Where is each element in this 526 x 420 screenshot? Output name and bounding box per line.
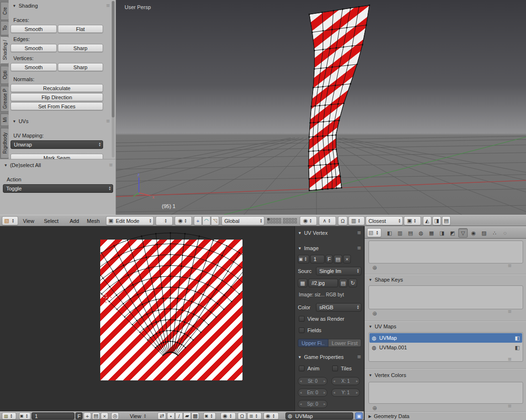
transform-orientation-dropdown[interactable]: Global [221, 216, 264, 225]
edges-smooth-button[interactable]: Smooth [11, 44, 57, 52]
render-camera-icon[interactable]: ◧ [515, 345, 520, 351]
image-source-dropdown[interactable]: Single Im [316, 267, 361, 275]
toolshelf-tab-shading-uvs[interactable]: Shading / [0, 36, 9, 64]
upper-first-button[interactable]: Upper Fi.. [298, 339, 328, 347]
snap-peel-dropdown[interactable]: ▣ [404, 216, 421, 225]
tab-render-layers[interactable]: ▥ [395, 228, 405, 238]
layer-cell[interactable] [292, 221, 294, 223]
anim-speed-field[interactable]: Sp: 0 [298, 400, 327, 408]
toolshelf-tab-tools[interactable]: To [0, 21, 9, 35]
panel-header-uvs[interactable]: ▼ UVs ≡ [12, 118, 110, 124]
layer-cell[interactable] [279, 221, 281, 223]
manipulator-scale-toggle[interactable]: ◹ [211, 216, 219, 225]
sync-selection-toggle[interactable]: ⇄ [158, 412, 166, 420]
add-item-icon[interactable]: ⊕ [372, 405, 377, 411]
layer-cell[interactable] [295, 221, 297, 223]
set-from-faces-button[interactable]: Set From Faces [11, 102, 103, 110]
menu-mesh[interactable]: Mesh [87, 218, 100, 224]
layer-cell[interactable] [283, 218, 285, 220]
tab-material[interactable]: ◉ [469, 228, 478, 238]
reload-image-button[interactable]: ↻ [348, 279, 357, 287]
layer-cell[interactable] [286, 221, 288, 223]
add-item-icon[interactable]: ⊕ [372, 310, 377, 317]
toolshelf-tab-rigidbody[interactable]: Rigidbody [0, 128, 9, 158]
image-name-field[interactable]: 1 [310, 255, 325, 263]
menu-view[interactable]: View [23, 218, 34, 224]
recalculate-normals-button[interactable]: Recalculate [11, 84, 103, 92]
list-resize-grip-icon[interactable]: ≡ [508, 357, 512, 362]
add-item-icon[interactable]: ⊕ [372, 264, 377, 271]
new-image-button[interactable]: + [84, 412, 91, 420]
shade-smooth-faces-button[interactable]: Smooth [11, 25, 57, 33]
proportional-edit-dropdown[interactable]: ◉ [300, 216, 317, 225]
select-mode-edge[interactable]: / [175, 412, 183, 420]
shape-keys-list[interactable] [368, 285, 523, 309]
uv-snap-pixel-button[interactable]: ▣ [355, 412, 363, 420]
render-camera-icon[interactable]: ◧ [515, 335, 520, 341]
layer-cell[interactable] [289, 221, 291, 223]
fields-checkbox[interactable]: Fields [299, 327, 321, 333]
image-browse-dropdown[interactable]: ▣ [298, 255, 309, 263]
layer-cell[interactable] [267, 218, 270, 220]
toolshelf-tab-misc[interactable]: Mi [0, 114, 9, 126]
tab-texture[interactable]: ▨ [479, 228, 489, 238]
uv-image-editor[interactable] [0, 226, 295, 411]
tab-render[interactable]: ◧ [385, 228, 394, 238]
layers-group-1[interactable] [267, 218, 281, 223]
shade-flat-faces-button[interactable]: Flat [58, 25, 103, 33]
panel-header-vertex-colors[interactable]: ▼ Vertex Colors [368, 372, 523, 378]
toolshelf-scrollbar[interactable] [112, 1, 115, 158]
viewport-shading-dropdown[interactable]: ○ [156, 216, 173, 225]
uv-mapping-dropdown[interactable]: Unwrap [11, 140, 103, 149]
anim-start-field[interactable]: St: 0 [298, 377, 327, 385]
pivot-center-dropdown[interactable]: ◉ [175, 216, 192, 225]
select-mode-face[interactable]: ▰ [183, 412, 191, 420]
fake-user-button[interactable]: F [326, 255, 333, 263]
flip-direction-button[interactable]: Flip Direction [11, 93, 103, 101]
vertices-sharp-button[interactable]: Sharp [58, 63, 103, 71]
list-resize-grip-icon[interactable]: ≡ [508, 404, 512, 409]
layer-cell[interactable] [267, 221, 270, 223]
editor-type-selector[interactable]: ▨ [2, 412, 16, 420]
tab-modifiers[interactable]: ◩ [448, 228, 457, 238]
vertex-groups-list[interactable] [368, 241, 523, 263]
panel-grip-icon[interactable]: ≡ [357, 246, 361, 251]
editor-type-selector[interactable]: ▧ [2, 216, 18, 225]
menu-view[interactable]: View [130, 412, 148, 420]
filepath-browse-button[interactable]: ▤ [339, 279, 347, 287]
editor-type-selector[interactable]: ▧ [367, 228, 381, 237]
view-as-render-checkbox[interactable]: View as Render [299, 316, 344, 322]
layer-cell[interactable] [276, 218, 278, 220]
anim-checkbox[interactable]: Anim [299, 366, 319, 371]
toolshelf-tab-create[interactable]: Cre [0, 2, 9, 20]
tab-particles[interactable]: ∴ [490, 228, 499, 238]
sticky-select-dropdown[interactable]: ▣ [203, 412, 216, 420]
colorspace-dropdown[interactable]: sRGB [316, 303, 361, 312]
tiles-y-field[interactable]: Y: 1 [331, 388, 360, 397]
tiles-checkbox[interactable]: Tiles [332, 366, 352, 371]
uv-map-row[interactable]: ◍ UVMap.001 ◧ [369, 343, 522, 352]
panel-header-shape-keys[interactable]: ▼ Shape Keys [368, 277, 523, 283]
tab-object[interactable]: ▦ [427, 228, 436, 238]
render-opengl-button[interactable]: ◭ [423, 216, 431, 225]
image-browse-dropdown[interactable]: ▣ [19, 412, 31, 420]
snap-toggle[interactable]: Ω [238, 412, 246, 420]
manipulator-translate-toggle[interactable]: + [194, 216, 202, 225]
proportional-edit-dropdown[interactable]: ◉ [263, 412, 279, 420]
panel-grip-icon[interactable]: ≡ [357, 231, 361, 235]
layer-cell[interactable] [295, 218, 297, 220]
layer-cell[interactable] [279, 218, 281, 220]
viewport-3d[interactable]: User Persp (95) 1 z x [116, 0, 526, 215]
scrollbar-thumb[interactable] [112, 1, 115, 117]
snap-toggle[interactable]: Ω [338, 216, 347, 225]
proportional-falloff-dropdown[interactable]: ∧ [319, 216, 336, 225]
layer-cell[interactable] [292, 218, 294, 220]
toolshelf-tab-options[interactable]: Opti [0, 66, 9, 84]
layer-cell[interactable] [270, 221, 273, 223]
snap-element-dropdown[interactable]: ▥ [348, 216, 365, 225]
tab-constraints[interactable]: ◨ [437, 228, 447, 238]
tiles-x-field[interactable]: X: 1 [331, 377, 360, 385]
edges-sharp-button[interactable]: Sharp [58, 44, 103, 52]
tab-scene[interactable]: ▤ [406, 228, 415, 238]
panel-header-shading[interactable]: ▼ Shading ≡ [12, 3, 110, 9]
